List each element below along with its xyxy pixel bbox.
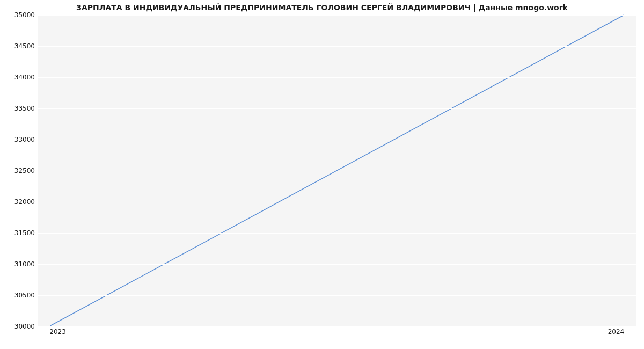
gridline <box>38 108 636 109</box>
gridline <box>38 202 636 202</box>
gridline <box>38 171 636 171</box>
y-tick-label: 34000 <box>3 74 35 81</box>
x-tick-label: 2024 <box>608 328 625 336</box>
y-tick-label: 30500 <box>3 292 35 299</box>
gridline <box>38 233 636 234</box>
gridline <box>38 140 636 140</box>
gridline <box>38 46 636 47</box>
gridline <box>38 77 636 78</box>
y-tick-label: 31000 <box>3 260 35 268</box>
y-tick-label: 33500 <box>3 105 35 112</box>
gridline <box>38 326 636 327</box>
gridline <box>38 264 636 265</box>
gridline <box>38 15 636 16</box>
y-tick-label: 32500 <box>3 167 35 174</box>
y-tick-label: 31500 <box>3 229 35 237</box>
y-tick-label: 34500 <box>3 42 35 50</box>
plot-area <box>38 15 636 326</box>
y-tick-label: 35000 <box>3 11 35 19</box>
y-tick-label: 32000 <box>3 198 35 206</box>
y-tick-label: 33000 <box>3 136 35 143</box>
x-tick-label: 2023 <box>49 328 66 336</box>
chart-container: ЗАРПЛАТА В ИНДИВИДУАЛЬНЫЙ ПРЕДПРИНИМАТЕЛ… <box>0 0 644 349</box>
chart-title: ЗАРПЛАТА В ИНДИВИДУАЛЬНЫЙ ПРЕДПРИНИМАТЕЛ… <box>0 3 644 12</box>
gridline <box>38 295 636 296</box>
y-tick-label: 30000 <box>3 323 35 330</box>
